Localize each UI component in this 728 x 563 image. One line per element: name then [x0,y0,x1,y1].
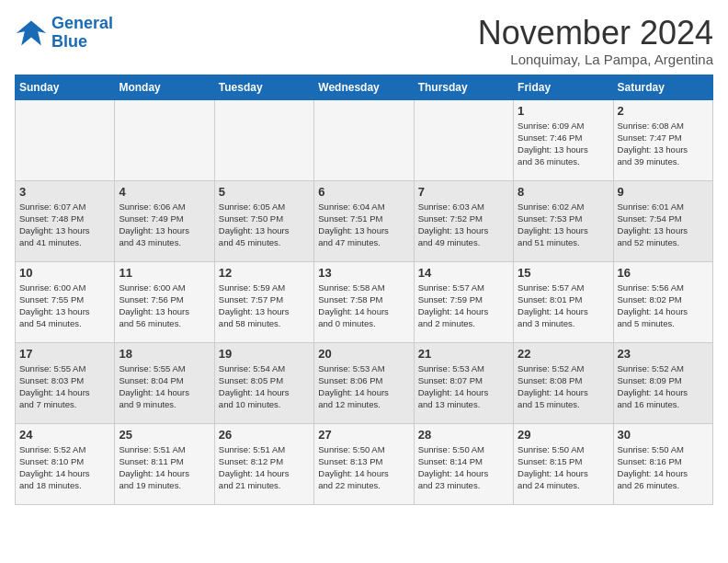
calendar-cell: 11Sunrise: 6:00 AM Sunset: 7:56 PM Dayli… [115,261,214,342]
location-subtitle: Lonquimay, La Pampa, Argentina [478,52,713,67]
calendar-cell: 4Sunrise: 6:06 AM Sunset: 7:49 PM Daylig… [115,180,214,261]
calendar-cell: 2Sunrise: 6:08 AM Sunset: 7:47 PM Daylig… [613,99,712,180]
weekday-header-wednesday: Wednesday [314,75,414,99]
weekday-header-sunday: Sunday [16,75,115,99]
day-number: 24 [19,428,110,442]
title-block: November 2024 Lonquimay, La Pampa, Argen… [478,15,713,67]
weekday-header-tuesday: Tuesday [214,75,313,99]
calendar-cell: 27Sunrise: 5:50 AM Sunset: 8:13 PM Dayli… [314,423,414,504]
day-number: 2 [618,104,709,118]
day-number: 1 [518,104,609,118]
calendar-week-row: 17Sunrise: 5:55 AM Sunset: 8:03 PM Dayli… [16,342,713,423]
calendar-cell: 15Sunrise: 5:57 AM Sunset: 8:01 PM Dayli… [514,261,613,342]
calendar-cell: 3Sunrise: 6:07 AM Sunset: 7:48 PM Daylig… [16,180,115,261]
day-number: 13 [318,266,409,280]
day-info: Sunrise: 5:50 AM Sunset: 8:14 PM Dayligh… [418,443,509,492]
day-info: Sunrise: 6:06 AM Sunset: 7:49 PM Dayligh… [119,201,210,249]
calendar-cell: 20Sunrise: 5:53 AM Sunset: 8:06 PM Dayli… [314,342,414,423]
day-info: Sunrise: 5:56 AM Sunset: 8:02 PM Dayligh… [618,282,709,330]
calendar-cell: 13Sunrise: 5:58 AM Sunset: 7:58 PM Dayli… [314,261,414,342]
day-info: Sunrise: 5:54 AM Sunset: 8:05 PM Dayligh… [219,362,310,411]
calendar-cell: 30Sunrise: 5:50 AM Sunset: 8:16 PM Dayli… [613,423,712,504]
day-info: Sunrise: 5:52 AM Sunset: 8:10 PM Dayligh… [19,443,110,492]
day-number: 26 [219,428,310,442]
calendar-week-row: 24Sunrise: 5:52 AM Sunset: 8:10 PM Dayli… [16,423,713,504]
day-number: 22 [518,347,609,361]
day-number: 5 [219,185,310,199]
day-number: 6 [318,185,409,199]
day-info: Sunrise: 6:03 AM Sunset: 7:52 PM Dayligh… [418,201,509,249]
day-number: 4 [119,185,210,199]
day-number: 18 [119,347,210,361]
calendar-cell [414,99,513,180]
weekday-header-monday: Monday [115,75,214,99]
calendar-cell: 1Sunrise: 6:09 AM Sunset: 7:46 PM Daylig… [514,99,613,180]
weekday-header-friday: Friday [514,75,613,99]
day-info: Sunrise: 6:07 AM Sunset: 7:48 PM Dayligh… [19,201,110,249]
calendar-week-row: 10Sunrise: 6:00 AM Sunset: 7:55 PM Dayli… [16,261,713,342]
day-info: Sunrise: 5:50 AM Sunset: 8:15 PM Dayligh… [518,443,609,492]
day-info: Sunrise: 5:53 AM Sunset: 8:07 PM Dayligh… [418,362,509,411]
day-number: 20 [318,347,409,361]
svg-marker-0 [17,20,46,45]
day-number: 17 [19,347,110,361]
calendar-cell [314,99,414,180]
calendar-cell: 9Sunrise: 6:01 AM Sunset: 7:54 PM Daylig… [613,180,712,261]
day-number: 3 [19,185,110,199]
logo: General Blue [15,15,113,52]
day-info: Sunrise: 5:52 AM Sunset: 8:09 PM Dayligh… [618,362,709,411]
day-number: 7 [418,185,509,199]
day-info: Sunrise: 6:05 AM Sunset: 7:50 PM Dayligh… [219,201,310,249]
calendar-cell: 14Sunrise: 5:57 AM Sunset: 7:59 PM Dayli… [414,261,513,342]
calendar-cell: 23Sunrise: 5:52 AM Sunset: 8:09 PM Dayli… [613,342,712,423]
calendar-cell: 5Sunrise: 6:05 AM Sunset: 7:50 PM Daylig… [214,180,313,261]
day-number: 15 [518,266,609,280]
calendar-week-row: 1Sunrise: 6:09 AM Sunset: 7:46 PM Daylig… [16,99,713,180]
calendar-cell: 28Sunrise: 5:50 AM Sunset: 8:14 PM Dayli… [414,423,513,504]
day-info: Sunrise: 5:52 AM Sunset: 8:08 PM Dayligh… [518,362,609,411]
day-info: Sunrise: 5:55 AM Sunset: 8:04 PM Dayligh… [119,362,210,411]
calendar-header-row: SundayMondayTuesdayWednesdayThursdayFrid… [16,75,713,99]
day-info: Sunrise: 5:50 AM Sunset: 8:16 PM Dayligh… [618,443,709,492]
logo-text: General Blue [51,15,113,52]
day-number: 14 [418,266,509,280]
day-info: Sunrise: 5:59 AM Sunset: 7:57 PM Dayligh… [219,282,310,330]
day-number: 21 [418,347,509,361]
calendar-cell: 19Sunrise: 5:54 AM Sunset: 8:05 PM Dayli… [214,342,313,423]
calendar-week-row: 3Sunrise: 6:07 AM Sunset: 7:48 PM Daylig… [16,180,713,261]
day-info: Sunrise: 5:51 AM Sunset: 8:11 PM Dayligh… [119,443,210,492]
calendar-cell: 16Sunrise: 5:56 AM Sunset: 8:02 PM Dayli… [613,261,712,342]
calendar-cell: 10Sunrise: 6:00 AM Sunset: 7:55 PM Dayli… [16,261,115,342]
calendar-table: SundayMondayTuesdayWednesdayThursdayFrid… [15,75,713,505]
calendar-cell: 12Sunrise: 5:59 AM Sunset: 7:57 PM Dayli… [214,261,313,342]
day-info: Sunrise: 5:53 AM Sunset: 8:06 PM Dayligh… [318,362,409,411]
day-info: Sunrise: 6:09 AM Sunset: 7:46 PM Dayligh… [518,120,609,168]
day-info: Sunrise: 5:57 AM Sunset: 8:01 PM Dayligh… [518,282,609,330]
weekday-header-thursday: Thursday [414,75,513,99]
day-number: 12 [219,266,310,280]
day-number: 19 [219,347,310,361]
day-info: Sunrise: 6:01 AM Sunset: 7:54 PM Dayligh… [618,201,709,249]
calendar-cell: 24Sunrise: 5:52 AM Sunset: 8:10 PM Dayli… [16,423,115,504]
calendar-cell [16,99,115,180]
day-info: Sunrise: 5:51 AM Sunset: 8:12 PM Dayligh… [219,443,310,492]
day-info: Sunrise: 5:50 AM Sunset: 8:13 PM Dayligh… [318,443,409,492]
calendar-cell: 26Sunrise: 5:51 AM Sunset: 8:12 PM Dayli… [214,423,313,504]
day-number: 30 [618,428,709,442]
day-number: 11 [119,266,210,280]
calendar-cell: 18Sunrise: 5:55 AM Sunset: 8:04 PM Dayli… [115,342,214,423]
calendar-cell: 8Sunrise: 6:02 AM Sunset: 7:53 PM Daylig… [514,180,613,261]
month-title: November 2024 [478,15,713,52]
day-number: 23 [618,347,709,361]
day-number: 8 [518,185,609,199]
calendar-cell [214,99,313,180]
day-info: Sunrise: 6:08 AM Sunset: 7:47 PM Dayligh… [618,120,709,168]
day-info: Sunrise: 6:04 AM Sunset: 7:51 PM Dayligh… [318,201,409,249]
day-info: Sunrise: 6:02 AM Sunset: 7:53 PM Dayligh… [518,201,609,249]
calendar-cell [115,99,214,180]
day-number: 29 [518,428,609,442]
day-number: 9 [618,185,709,199]
day-number: 25 [119,428,210,442]
day-info: Sunrise: 5:55 AM Sunset: 8:03 PM Dayligh… [19,362,110,411]
day-info: Sunrise: 5:58 AM Sunset: 7:58 PM Dayligh… [318,282,409,330]
